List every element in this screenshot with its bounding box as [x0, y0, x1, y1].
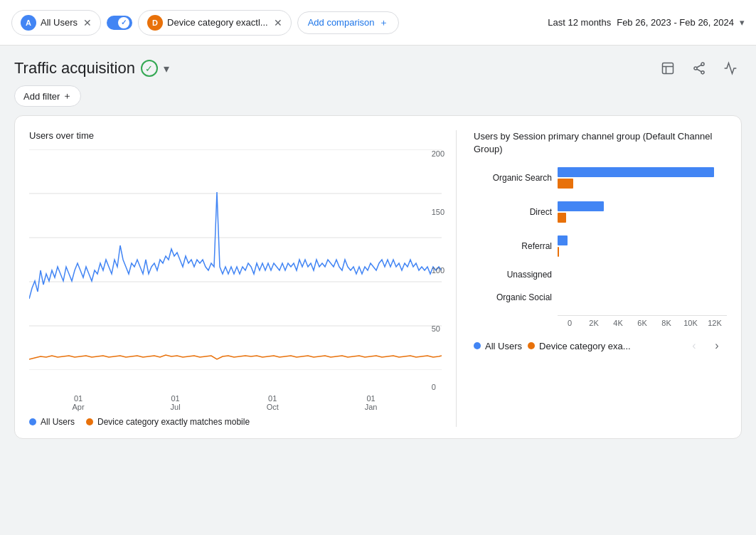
bar-organic-search-orange — [558, 179, 573, 189]
legend-all-users-dot — [29, 418, 36, 425]
bar-chart-section: Users by Session primary channel group (… — [457, 130, 727, 427]
page-title-chevron-icon[interactable]: ▾ — [164, 62, 169, 75]
line-chart-title: Users over time — [29, 130, 442, 141]
add-filter-label: Add filter — [23, 91, 60, 102]
device-category-chip[interactable]: D Device category exactl... ✕ — [138, 10, 292, 36]
bar-x-axis: 0 2K 4K 6K 8K 10K 12K — [558, 315, 727, 327]
y-label-200: 200 — [432, 149, 444, 158]
page-title-row: Traffic acquisition ✓ ▾ — [14, 59, 169, 78]
device-category-close-icon[interactable]: ✕ — [274, 17, 282, 28]
add-filter-button[interactable]: Add filter ＋ — [14, 85, 81, 107]
bar-group-referral — [558, 235, 727, 257]
x-tick-10k: 10K — [678, 319, 703, 327]
x-label-jan: 01 Jan — [365, 394, 378, 411]
bar-row-direct: Direct — [474, 201, 727, 223]
bar-row-unassigned: Unassigned — [474, 270, 727, 280]
device-category-label: Device category exactl... — [167, 17, 268, 28]
right-chart-footer: All Users Device category exa... ‹ › — [474, 336, 727, 356]
legend-device-label: Device category exactly matches mobile — [97, 417, 250, 427]
right-legend-all-users-dot — [474, 342, 481, 349]
bar-direct-blue — [558, 201, 604, 211]
bar-group-direct — [558, 201, 727, 223]
bar-referral-orange — [558, 247, 559, 257]
legend-device-dot — [86, 418, 93, 425]
content-area: Traffic acquisition ✓ ▾ — [0, 46, 756, 450]
date-range-selector[interactable]: Last 12 months Feb 26, 2023 - Feb 26, 20… — [548, 17, 745, 28]
all-users-close-icon[interactable]: ✕ — [83, 17, 92, 28]
x-tick-2k: 2K — [582, 319, 606, 327]
x-tick-6k: 6K — [630, 319, 654, 327]
line-chart-svg — [29, 149, 442, 370]
all-users-chip[interactable]: A All Users ✕ — [11, 10, 101, 36]
x-tick-0: 0 — [558, 319, 582, 327]
nav-prev-button[interactable]: ‹ — [684, 336, 704, 356]
nav-next-button[interactable]: › — [707, 336, 727, 356]
add-comparison-button[interactable]: Add comparison ＋ — [297, 11, 399, 34]
chart-nav: ‹ › — [684, 336, 727, 356]
page-title: Traffic acquisition — [14, 59, 135, 78]
toggle-check-icon: ✓ — [121, 18, 127, 26]
y-label-100: 100 — [432, 266, 444, 275]
svg-point-3 — [701, 71, 704, 74]
add-comparison-label: Add comparison — [308, 17, 375, 28]
legend-all-users-label: All Users — [41, 417, 75, 427]
bar-label-direct: Direct — [474, 207, 552, 217]
bar-direct-orange — [558, 213, 566, 223]
right-legend-device: Device category exa... — [528, 341, 631, 351]
x-label-oct: 01 Oct — [267, 394, 279, 411]
svg-point-1 — [701, 63, 704, 65]
right-legend-all-users: All Users — [474, 341, 522, 351]
insights-icon[interactable] — [719, 57, 742, 80]
svg-line-4 — [697, 65, 701, 67]
y-label-50: 50 — [432, 324, 444, 333]
x-axis: 01 Apr 01 Jul 01 Oct 01 Jan — [29, 394, 442, 411]
share-icon[interactable] — [688, 57, 710, 80]
page-header: Traffic acquisition ✓ ▾ — [14, 57, 742, 80]
bar-label-organic-search: Organic Search — [474, 173, 552, 183]
bar-label-organic-social: Organic Social — [474, 292, 552, 302]
right-legend-device-dot — [528, 342, 535, 349]
date-range-chevron-icon: ▾ — [740, 17, 745, 28]
date-range-value: Feb 26, 2023 - Feb 26, 2024 — [617, 17, 734, 28]
y-label-150: 150 — [432, 208, 444, 216]
right-legend-device-label: Device category exa... — [539, 341, 631, 351]
line-chart-wrapper: 200 150 100 50 0 — [29, 149, 442, 391]
add-comparison-plus-icon: ＋ — [379, 16, 388, 29]
bar-label-unassigned: Unassigned — [474, 270, 552, 280]
bar-row-organic-social: Organic Social — [474, 292, 727, 302]
x-label-apr: 01 Apr — [72, 394, 84, 411]
line-chart-section: Users over time — [29, 130, 457, 427]
bar-organic-search-blue — [558, 167, 714, 177]
date-range-label: Last 12 months — [548, 17, 611, 28]
bar-row-organic-search: Organic Search — [474, 167, 727, 189]
all-users-label: All Users — [41, 17, 78, 28]
x-tick-4k: 4K — [606, 319, 630, 327]
x-tick-8k: 8K — [654, 319, 678, 327]
svg-line-5 — [697, 69, 701, 71]
header-actions — [656, 57, 742, 80]
right-legend-all-users-label: All Users — [485, 341, 522, 351]
bar-group-organic-search — [558, 167, 727, 189]
x-label-jul: 01 Jul — [171, 394, 181, 411]
bar-referral-blue — [558, 235, 568, 245]
chart-container: Users over time — [14, 115, 742, 439]
svg-point-2 — [694, 67, 697, 70]
save-report-icon[interactable] — [656, 57, 679, 80]
bar-chart-area: Organic Search Direct Referr — [474, 167, 727, 327]
device-category-avatar: D — [147, 15, 163, 31]
add-filter-plus-icon: ＋ — [63, 90, 72, 102]
toggle-knob: ✓ — [118, 17, 129, 28]
svg-rect-0 — [663, 63, 674, 74]
y-label-0: 0 — [432, 383, 444, 391]
segment-toggle[interactable]: ✓ — [107, 16, 132, 30]
x-tick-12k: 12K — [703, 319, 727, 327]
bar-chart-title: Users by Session primary channel group (… — [474, 130, 727, 156]
title-verified-icon: ✓ — [141, 60, 158, 77]
legend-device-category: Device category exactly matches mobile — [86, 417, 250, 427]
line-chart-legend: All Users Device category exactly matche… — [29, 417, 442, 427]
bar-row-referral: Referral — [474, 235, 727, 257]
top-bar: A All Users ✕ ✓ D Device category exactl… — [0, 0, 756, 46]
bar-label-referral: Referral — [474, 241, 552, 251]
legend-all-users: All Users — [29, 417, 75, 427]
all-users-avatar: A — [21, 15, 36, 31]
